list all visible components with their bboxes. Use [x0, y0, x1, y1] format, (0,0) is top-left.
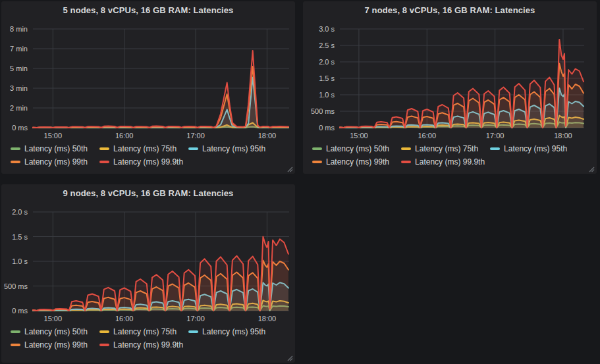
- legend-label: Latency (ms) 75th: [113, 144, 177, 153]
- legend-item-75th[interactable]: Latency (ms) 75th: [401, 142, 478, 155]
- x-axis-tick-label: 16:00: [418, 132, 437, 140]
- legend-item-75th[interactable]: Latency (ms) 75th: [99, 325, 177, 338]
- legend-label: Latency (ms) 99.9th: [113, 340, 183, 350]
- legend-label: Latency (ms) 95th: [504, 144, 567, 153]
- x-axis-tick-label: 18:00: [258, 132, 277, 140]
- panel-7-nodes-latencies: 7 nodes, 8 vCPUs, 16 GB RAM: Latencies 0…: [303, 1, 597, 174]
- legend-label: Latency (ms) 99th: [24, 340, 88, 350]
- legend-color-swatch: [99, 344, 109, 346]
- y-axis-tick-label: 3 min: [10, 84, 28, 92]
- legend-label: Latency (ms) 50th: [24, 327, 88, 336]
- panel-title: 7 nodes, 8 vCPUs, 16 GB RAM: Latencies: [365, 5, 535, 15]
- legend-color-swatch: [401, 161, 411, 163]
- y-axis-tick-label: 1.0 s: [319, 91, 335, 99]
- series-area: [33, 237, 288, 311]
- legend-item-75th[interactable]: Latency (ms) 75th: [99, 142, 177, 155]
- y-axis-tick-label: 7 min: [10, 45, 28, 53]
- x-axis-tick-label: 18:00: [554, 132, 572, 140]
- legend-color-swatch: [11, 330, 20, 333]
- y-axis-tick-label: 2.0 s: [12, 208, 28, 216]
- panel-title: 5 nodes, 8 vCPUs, 16 GB RAM: Latencies: [63, 5, 234, 15]
- legend-item-95th[interactable]: Latency (ms) 95th: [188, 142, 265, 155]
- legend-label: Latency (ms) 75th: [113, 327, 177, 336]
- legend-label: Latency (ms) 99th: [326, 157, 389, 167]
- panel-header[interactable]: 9 nodes, 8 vCPUs, 16 GB RAM: Latencies: [1, 184, 295, 201]
- legend-color-swatch: [11, 344, 20, 346]
- y-axis-tick-label: 500 ms: [4, 282, 28, 290]
- y-axis-tick-label: 5 min: [10, 65, 28, 72]
- y-axis-tick-label: 8 min: [10, 25, 28, 33]
- legend-item-99th[interactable]: Latency (ms) 99th: [11, 155, 88, 169]
- panel-resize-handle[interactable]: [287, 355, 293, 361]
- legend-color-swatch: [188, 330, 198, 333]
- legend: Latency (ms) 50thLatency (ms) 75thLatenc…: [312, 142, 589, 169]
- legend-item-50th[interactable]: Latency (ms) 50th: [11, 142, 88, 155]
- legend-label: Latency (ms) 99th: [24, 157, 88, 167]
- panel-title: 9 nodes, 8 vCPUs, 16 GB RAM: Latencies: [63, 188, 234, 198]
- y-axis-tick-label: 1.5 s: [12, 233, 28, 241]
- y-axis-tick-label: 0 ms: [12, 124, 28, 132]
- series-area: [340, 39, 584, 128]
- x-axis-tick-label: 18:00: [258, 315, 277, 323]
- y-axis-tick-label: 1.0 s: [12, 257, 28, 265]
- legend-label: Latency (ms) 99.9th: [113, 157, 183, 167]
- legend-label: Latency (ms) 75th: [415, 144, 478, 153]
- panel-header[interactable]: 7 nodes, 8 vCPUs, 16 GB RAM: Latencies: [303, 1, 597, 18]
- y-axis-tick-label: 0 ms: [319, 124, 335, 132]
- x-axis-tick-label: 16:00: [115, 132, 134, 140]
- legend-label: Latency (ms) 50th: [326, 144, 389, 153]
- legend-item-99.9th[interactable]: Latency (ms) 99.9th: [401, 155, 485, 169]
- legend-color-swatch: [99, 161, 109, 163]
- y-axis-tick-label: 2 min: [10, 104, 28, 112]
- legend-color-swatch: [99, 147, 109, 150]
- legend-color-swatch: [11, 147, 20, 150]
- legend-item-99.9th[interactable]: Latency (ms) 99.9th: [99, 155, 183, 169]
- legend-item-95th[interactable]: Latency (ms) 95th: [490, 142, 567, 155]
- x-axis-tick-label: 17:00: [486, 132, 505, 140]
- legend-label: Latency (ms) 99.9th: [415, 157, 485, 167]
- legend-item-95th[interactable]: Latency (ms) 95th: [188, 325, 265, 338]
- legend-item-99.9th[interactable]: Latency (ms) 99.9th: [99, 338, 183, 351]
- panel-header[interactable]: 5 nodes, 8 vCPUs, 16 GB RAM: Latencies: [1, 1, 295, 18]
- x-axis-tick-label: 15:00: [44, 315, 63, 323]
- legend-item-99th[interactable]: Latency (ms) 99th: [11, 338, 88, 351]
- x-axis-tick-label: 16:00: [115, 315, 134, 323]
- dashboard: 5 nodes, 8 vCPUs, 16 GB RAM: Latencies 0…: [0, 0, 600, 364]
- y-axis-tick-label: 2.0 s: [319, 58, 335, 66]
- x-axis-tick-label: 17:00: [186, 315, 205, 323]
- legend: Latency (ms) 50thLatency (ms) 75thLatenc…: [11, 325, 287, 351]
- y-axis-tick-label: 3.0 s: [319, 25, 335, 33]
- y-axis-tick-label: 2.5 s: [319, 41, 335, 49]
- panel-9-nodes-latencies: 9 nodes, 8 vCPUs, 16 GB RAM: Latencies 0…: [1, 184, 295, 363]
- legend-item-99th[interactable]: Latency (ms) 99th: [312, 155, 389, 169]
- legend-label: Latency (ms) 95th: [202, 144, 265, 153]
- legend-color-swatch: [11, 161, 20, 163]
- x-axis-tick-label: 15:00: [350, 132, 368, 140]
- x-axis-tick-label: 15:00: [44, 132, 63, 140]
- legend-label: Latency (ms) 95th: [202, 327, 265, 336]
- panel-resize-handle[interactable]: [287, 167, 293, 172]
- legend-color-swatch: [99, 330, 109, 333]
- legend-color-swatch: [401, 147, 411, 150]
- legend: Latency (ms) 50thLatency (ms) 75thLatenc…: [11, 142, 287, 169]
- panel-resize-handle[interactable]: [589, 167, 595, 172]
- y-axis-tick-label: 1.5 s: [319, 74, 335, 82]
- legend-item-50th[interactable]: Latency (ms) 50th: [11, 325, 88, 338]
- panel-5-nodes-latencies: 5 nodes, 8 vCPUs, 16 GB RAM: Latencies 0…: [1, 1, 295, 174]
- legend-color-swatch: [312, 161, 322, 163]
- legend-color-swatch: [490, 147, 500, 150]
- legend-item-50th[interactable]: Latency (ms) 50th: [312, 142, 389, 155]
- x-axis-tick-label: 17:00: [186, 132, 205, 140]
- y-axis-tick-label: 500 ms: [311, 107, 335, 115]
- legend-color-swatch: [312, 147, 322, 150]
- legend-label: Latency (ms) 50th: [24, 144, 88, 153]
- y-axis-tick-label: 0 ms: [12, 307, 28, 315]
- legend-color-swatch: [188, 147, 198, 150]
